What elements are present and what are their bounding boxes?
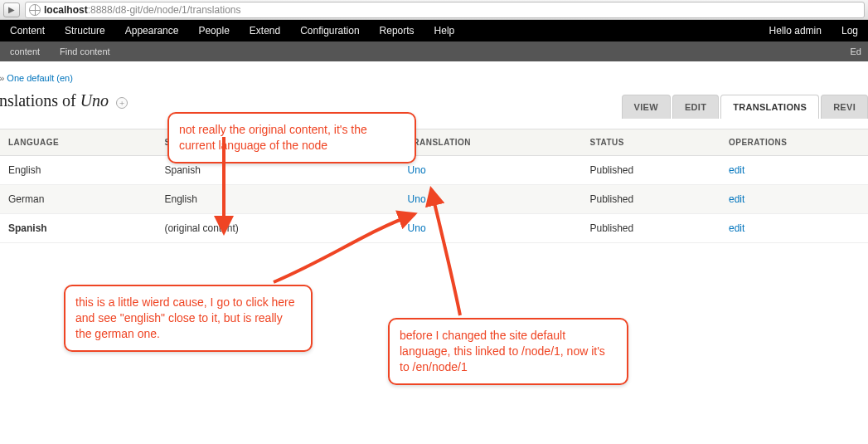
cell-translation: Uno	[400, 156, 582, 185]
url-path: :8888/d8-git/de/node/1/translations	[88, 4, 241, 16]
cell-status: Published	[581, 214, 720, 243]
tab-translations[interactable]: TRANSLATIONS	[720, 95, 819, 119]
col-translation: TRANSLATION	[400, 129, 582, 156]
admin-item-content[interactable]: Content	[0, 20, 55, 41]
admin-item-hello-admin[interactable]: Hello admin	[759, 20, 832, 41]
cell-translation: Uno	[400, 185, 582, 214]
col-status: STATUS	[581, 129, 720, 156]
sub-item-content[interactable]: content	[0, 41, 50, 61]
url-host: localhost	[44, 4, 88, 16]
col-language: LANGUAGE	[0, 129, 156, 156]
translations-table: LANGUAGESOURCE LANGUAGETRANSLATIONSTATUS…	[0, 129, 868, 243]
cell-operation-link[interactable]: edit	[729, 193, 744, 205]
url-bar[interactable]: localhost :8888/d8-git/de/node/1/transla…	[25, 2, 865, 18]
tab-view[interactable]: VIEW	[622, 95, 671, 119]
admin-item-log[interactable]: Log	[832, 20, 868, 41]
table-row: EnglishSpanishUnoPublishededit	[0, 156, 868, 185]
admin-item-extend[interactable]: Extend	[240, 20, 290, 41]
cell-translation-link[interactable]: Uno	[408, 164, 426, 176]
page-title: anslations of Uno +	[0, 91, 128, 122]
cell-status: Published	[581, 156, 720, 185]
admin-item-help[interactable]: Help	[424, 20, 465, 41]
cell-operation: edit	[720, 185, 868, 214]
admin-toolbar: ContentStructureAppearancePeopleExtendCo…	[0, 20, 868, 41]
browser-toolbar: ▶ localhost :8888/d8-git/de/node/1/trans…	[0, 0, 868, 20]
cell-language: Spanish	[0, 214, 156, 243]
tabs: VIEWEDITTRANSLATIONSREVI	[622, 95, 868, 119]
breadcrumb: e » One default (en)	[0, 73, 868, 91]
cell-operation-link[interactable]: edit	[729, 222, 744, 234]
cell-language: English	[0, 156, 156, 185]
cell-operation-link[interactable]: edit	[729, 164, 744, 176]
sub-item-find-content[interactable]: Find content	[50, 41, 120, 61]
col-operations: OPERATIONS	[720, 129, 868, 156]
breadcrumb-link[interactable]: One default (en)	[7, 73, 73, 83]
table-row: GermanEnglishUnoPublishededit	[0, 185, 868, 214]
admin-item-structure[interactable]: Structure	[55, 20, 115, 41]
admin-sub-toolbar: contentFind content Ed	[0, 41, 868, 61]
cell-language: German	[0, 185, 156, 214]
tab-revi[interactable]: REVI	[821, 95, 868, 119]
admin-item-reports[interactable]: Reports	[370, 20, 424, 41]
sub-right-item[interactable]: Ed	[841, 41, 868, 61]
cell-operation: edit	[720, 156, 868, 185]
plus-icon[interactable]: +	[116, 97, 128, 109]
cell-source: (original content)	[156, 214, 399, 243]
cell-translation: Uno	[400, 214, 582, 243]
cell-source: English	[156, 185, 399, 214]
admin-item-configuration[interactable]: Configuration	[290, 20, 369, 41]
cell-translation-link[interactable]: Uno	[408, 222, 426, 234]
content-area: e » One default (en) anslations of Uno +…	[0, 61, 868, 243]
nav-forward-button[interactable]: ▶	[3, 2, 20, 17]
globe-icon	[29, 4, 41, 16]
cell-operation: edit	[720, 214, 868, 243]
cell-status: Published	[581, 185, 720, 214]
tab-edit[interactable]: EDIT	[672, 95, 719, 119]
annotation-1: not really the original content, it's th…	[167, 112, 416, 163]
admin-item-appearance[interactable]: Appearance	[115, 20, 189, 41]
table-row: Spanish(original content)UnoPublishededi…	[0, 214, 868, 243]
admin-item-people[interactable]: People	[188, 20, 239, 41]
cell-translation-link[interactable]: Uno	[408, 193, 426, 205]
